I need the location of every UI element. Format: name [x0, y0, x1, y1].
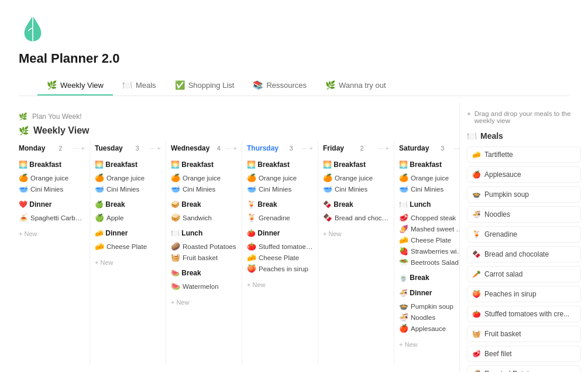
meal-emoji: 🍊 [399, 173, 408, 182]
meals-list-item[interactable]: 🥩Beef filet [467, 346, 581, 362]
tab-weekly[interactable]: 🌿 Weekly View [37, 76, 113, 95]
meal-emoji: 🥪 [171, 213, 180, 222]
meal-item[interactable]: 🥣Cini Minies [397, 183, 459, 194]
tab-resources[interactable]: 📚 Ressources [243, 76, 316, 95]
meal-item[interactable]: 🍊Orange juice [169, 172, 239, 183]
calendar-wrapper[interactable]: Monday2··· +🌅 Breakfast🍊Orange juice🥣Cin… [9, 141, 459, 365]
meals-list-item[interactable]: 🍑Peaches in sirup [467, 286, 581, 302]
meals-list-item[interactable]: 🍎Applesauce [467, 166, 581, 183]
day-actions[interactable]: ··· + [378, 145, 389, 152]
meal-group: 🍵 Break [397, 272, 459, 283]
meals-panel-title: 🍽️ Meals [467, 131, 581, 141]
meals-list-item[interactable]: 🧀Tartiflette [467, 146, 581, 163]
right-panel: + Drag and drop your meals to the weekly… [459, 103, 588, 372]
day-actions[interactable]: ··· + [454, 145, 459, 152]
add-new-button[interactable]: + New [16, 228, 87, 240]
tab-meals[interactable]: 🍽️ Meals [113, 76, 166, 95]
day-actions[interactable]: ··· + [226, 145, 237, 152]
meal-list-name: Peaches in sirup [484, 290, 537, 298]
meal-name: Cheese Plate [259, 254, 299, 261]
meals-title-icon: 🍽️ [467, 131, 477, 141]
add-new-button[interactable]: + New [92, 257, 163, 268]
meal-emoji: 🍊 [19, 173, 28, 182]
meal-item[interactable]: 🥣Cini Minies [245, 183, 315, 194]
meal-item[interactable]: 🥗Beetroots Salad [397, 257, 459, 268]
meal-group: 🍽️ Lunch🥩Chopped steak🍠Mashed sweet pota… [397, 199, 459, 268]
meal-emoji: 🍫 [323, 213, 332, 222]
meal-item[interactable]: 🍜Noodles [397, 312, 459, 323]
meal-item[interactable]: 🥣Cini Minies [169, 183, 239, 194]
meal-item[interactable]: 🍏Apple [92, 212, 163, 223]
meal-item[interactable]: 🍎Applesauce [397, 323, 459, 334]
meal-item[interactable]: 🧺Fruit basket [169, 252, 239, 263]
meal-item[interactable]: 🧀Cheese Plate [92, 241, 163, 252]
meal-item[interactable]: 🍲Pumpkin soup [397, 301, 459, 312]
meal-emoji: 🧀 [247, 253, 256, 262]
meal-item[interactable]: 🥣Cini Minies [321, 183, 391, 194]
meals-list-item[interactable]: 🍹Grenadine [467, 226, 581, 243]
day-name: Saturday [399, 144, 429, 152]
meal-emoji: 🍊 [247, 173, 256, 182]
meal-item[interactable]: 🍊Orange juice [245, 172, 315, 183]
meal-item[interactable]: 🥔Roasted Potatoes [169, 241, 239, 252]
add-new-button[interactable]: + New [321, 228, 391, 240]
tab-wanna[interactable]: 🌿 Wanna try out [316, 76, 395, 95]
resources-tab-icon: 📚 [253, 80, 263, 90]
meals-list-item[interactable]: 🧺Fruit basket [467, 326, 581, 342]
meal-group-title: ❤️ Dinner [16, 199, 87, 210]
meals-list-item[interactable]: 🍫Bread and chocolate [467, 246, 581, 262]
meal-item[interactable]: 🍊Orange juice [92, 172, 163, 183]
day-actions[interactable]: ··· + [74, 145, 85, 152]
add-new-button[interactable]: + New [397, 339, 459, 350]
meal-group-title: 🍜 Dinner [397, 288, 459, 298]
meal-list-emoji: 🍎 [472, 170, 481, 179]
meal-name: Orange juice [335, 175, 373, 182]
meal-item[interactable]: 🧀Cheese Plate [245, 252, 315, 263]
meal-emoji: 🧀 [399, 236, 408, 244]
meal-item[interactable]: 🥩Chopped steak [397, 212, 459, 223]
meal-item[interactable]: 🍅Stuffed tomatoes w... [245, 241, 315, 252]
meal-group-title: 🌅 Breakfast [92, 159, 163, 170]
meal-item[interactable]: 🍓Strawberries with w... [397, 245, 459, 257]
add-new-button[interactable]: + New [169, 296, 239, 308]
meal-item[interactable]: 🧀Cheese Plate [397, 234, 459, 245]
day-count: 4 [217, 145, 221, 152]
meal-group-title: 🍏 Break [92, 199, 163, 210]
meal-emoji: 🥣 [247, 185, 256, 193]
meal-emoji: 🍊 [171, 173, 180, 182]
meals-list-item[interactable]: 🍜Noodles [467, 206, 581, 223]
add-new-button[interactable]: + New [245, 279, 315, 291]
meal-group: 🌅 Breakfast🍊Orange juice🥣Cini Minies [16, 159, 87, 194]
meal-item[interactable]: 🍫Bread and chocolate [321, 212, 391, 223]
wanna-tab-icon: 🌿 [325, 80, 335, 90]
panel-title-row: 🌿 Weekly View [9, 125, 459, 141]
meal-item[interactable]: 🥣Cini Minies [92, 183, 163, 194]
meal-item[interactable]: 🍊Orange juice [397, 172, 459, 183]
meals-list-item[interactable]: 🥔Roasted Potatoes [467, 366, 581, 372]
meal-item[interactable]: 🍝Spaghetti Carbonara [16, 212, 87, 223]
meal-name: Fruit basket [183, 254, 218, 261]
meal-emoji: 🍲 [399, 302, 408, 310]
meal-item[interactable]: 🍑Peaches in sirup [245, 263, 315, 274]
meal-item[interactable]: 🍹Grenadine [245, 212, 315, 223]
meals-list-item[interactable]: 🍅Stuffed tomatoes with cre... [467, 306, 581, 322]
meal-name: Peaches in sirup [259, 265, 308, 272]
meal-list-name: Applesauce [484, 170, 521, 179]
meal-item[interactable]: 🍊Orange juice [321, 172, 391, 183]
day-actions[interactable]: ··· + [150, 145, 161, 152]
day-header-thursday: Thursday3··· + [245, 141, 315, 156]
meals-list-item[interactable]: 🍲Pumpkin soup [467, 186, 581, 203]
day-actions[interactable]: ··· + [302, 145, 313, 152]
meal-list-name: Fruit basket [484, 330, 521, 338]
tab-shopping[interactable]: ✅ Shopping List [166, 76, 244, 95]
meal-emoji: 🥩 [399, 213, 408, 222]
meal-emoji: 🍊 [323, 173, 332, 182]
meal-item[interactable]: 🍠Mashed sweet pota... [397, 223, 459, 234]
meals-list-item[interactable]: 🥕Carrot salad [467, 266, 581, 282]
meal-item[interactable]: 🍉Watermelon [169, 281, 239, 292]
meal-emoji: 🥣 [95, 185, 104, 193]
meal-group-title: 🍵 Break [397, 272, 459, 283]
meal-item[interactable]: 🍊Orange juice [16, 172, 87, 183]
meal-item[interactable]: 🥣Cini Minies [16, 183, 87, 194]
meal-item[interactable]: 🥪Sandwich [169, 212, 239, 223]
